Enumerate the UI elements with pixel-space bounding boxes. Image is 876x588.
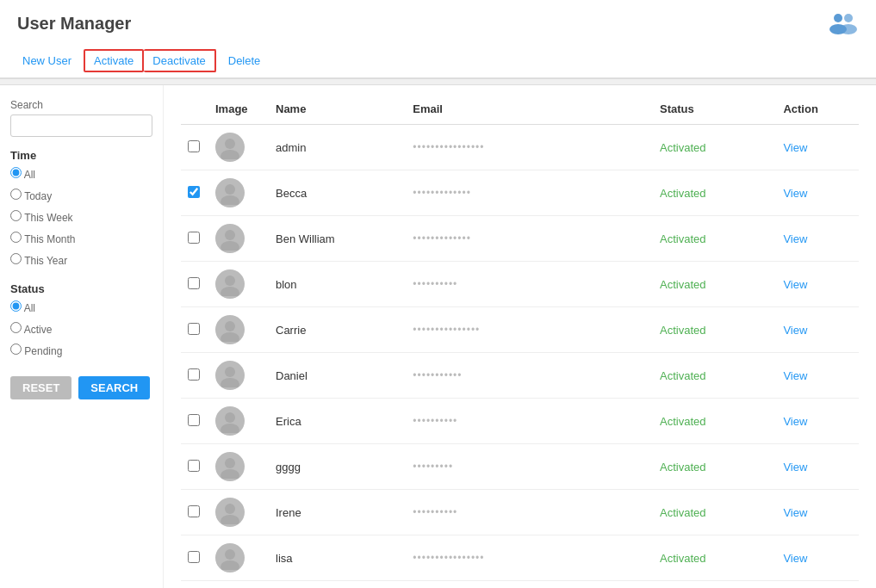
svg-point-12 xyxy=(225,321,235,331)
status-all-option[interactable]: All xyxy=(10,300,152,314)
time-all-radio[interactable] xyxy=(10,167,22,178)
row-checkbox[interactable] xyxy=(188,505,200,517)
user-status: Activated xyxy=(653,125,776,170)
svg-point-5 xyxy=(221,150,239,159)
table-row: Irene••••••••••ActivatedView xyxy=(181,490,859,535)
time-all-option[interactable]: All xyxy=(10,167,152,181)
status-all-label: All xyxy=(24,302,35,314)
user-email: •••••••••• xyxy=(406,399,653,444)
view-link[interactable]: View xyxy=(783,324,807,337)
view-link[interactable]: View xyxy=(783,461,807,473)
new-user-button[interactable]: New User xyxy=(14,51,80,71)
row-checkbox[interactable] xyxy=(188,551,200,563)
activate-button[interactable]: Activate xyxy=(84,49,144,72)
time-radio-group: All Today This Week This Month This Year xyxy=(10,167,152,270)
sidebar: Search Time All Today This Week xyxy=(0,85,164,588)
table-row: Ben William•••••••••••••ActivatedView xyxy=(181,216,859,262)
col-name: Name xyxy=(269,94,406,125)
svg-point-17 xyxy=(221,424,239,433)
table-row: Becca•••••••••••••ActivatedView xyxy=(181,170,859,216)
view-link[interactable]: View xyxy=(783,552,807,565)
view-link[interactable]: View xyxy=(783,232,807,245)
row-checkbox[interactable] xyxy=(188,186,200,198)
status-active-option[interactable]: Active xyxy=(10,322,152,336)
user-name: lisa xyxy=(269,535,406,581)
status-pending-label: Pending xyxy=(24,345,62,357)
time-today-radio[interactable] xyxy=(10,189,22,200)
time-today-option[interactable]: Today xyxy=(10,189,152,202)
user-name: Irene xyxy=(269,490,406,535)
row-checkbox[interactable] xyxy=(188,232,200,244)
header: User Manager xyxy=(0,0,876,44)
row-checkbox[interactable] xyxy=(188,368,200,381)
view-link[interactable]: View xyxy=(783,369,807,382)
svg-point-21 xyxy=(221,515,239,524)
svg-point-13 xyxy=(221,332,239,342)
avatar xyxy=(215,133,245,162)
status-all-radio[interactable] xyxy=(10,300,22,312)
view-link[interactable]: View xyxy=(783,187,807,200)
table-row: Daniel•••••••••••ActivatedView xyxy=(181,353,859,399)
avatar xyxy=(215,315,245,344)
user-name: Erica xyxy=(269,399,406,444)
view-link[interactable]: View xyxy=(783,415,807,428)
avatar xyxy=(215,269,245,299)
avatar xyxy=(215,361,245,390)
delete-button[interactable]: Delete xyxy=(220,51,270,71)
status-pending-option[interactable]: Pending xyxy=(10,344,152,357)
row-checkbox[interactable] xyxy=(188,460,200,472)
avatar xyxy=(215,543,245,573)
view-link[interactable]: View xyxy=(783,141,807,154)
row-checkbox[interactable] xyxy=(188,414,200,426)
svg-point-19 xyxy=(221,469,239,479)
time-week-option[interactable]: This Week xyxy=(10,210,152,224)
status-pending-radio[interactable] xyxy=(10,344,22,355)
svg-point-3 xyxy=(840,24,857,34)
user-email: •••••••••••••••• xyxy=(406,125,653,170)
row-checkbox[interactable] xyxy=(188,277,200,289)
user-name: Daniel xyxy=(269,353,406,399)
svg-point-16 xyxy=(225,412,235,423)
status-active-label: Active xyxy=(24,324,53,336)
svg-point-7 xyxy=(221,195,239,205)
time-week-radio[interactable] xyxy=(10,210,22,221)
user-name: Ben William xyxy=(269,216,406,262)
view-link[interactable]: View xyxy=(783,506,807,519)
time-month-radio[interactable] xyxy=(10,232,22,243)
users-table: Image Name Email Status Action admin••••… xyxy=(181,94,859,581)
svg-point-23 xyxy=(221,560,239,570)
time-month-option[interactable]: This Month xyxy=(10,232,152,245)
time-year-option[interactable]: This Year xyxy=(10,253,152,267)
svg-point-22 xyxy=(225,549,235,560)
table-row: admin••••••••••••••••ActivatedView xyxy=(181,125,859,170)
page-title: User Manager xyxy=(17,14,131,34)
search-input[interactable] xyxy=(10,115,152,137)
avatar xyxy=(215,406,245,436)
time-section-title: Time xyxy=(10,149,152,162)
row-checkbox[interactable] xyxy=(188,323,200,335)
status-radio-group: All Active Pending xyxy=(10,300,152,361)
reset-button[interactable]: RESET xyxy=(10,376,71,399)
time-week-label: This Week xyxy=(24,212,72,224)
status-active-radio[interactable] xyxy=(10,322,22,333)
table-area: Image Name Email Status Action admin••••… xyxy=(164,85,876,588)
toolbar: New User Activate Deactivate Delete xyxy=(0,44,876,78)
view-link[interactable]: View xyxy=(783,278,807,291)
svg-point-20 xyxy=(225,504,235,514)
user-status: Activated xyxy=(653,262,776,307)
time-year-label: This Year xyxy=(24,255,67,267)
deactivate-button[interactable]: Deactivate xyxy=(144,49,215,72)
svg-point-10 xyxy=(225,275,235,286)
svg-point-15 xyxy=(221,378,239,387)
col-checkbox xyxy=(181,94,208,125)
user-email: •••••••••••••••• xyxy=(406,535,653,581)
user-email: ••••••••••••••• xyxy=(406,307,653,353)
search-button[interactable]: SEARCH xyxy=(78,376,150,399)
users-icon xyxy=(828,10,859,37)
row-checkbox[interactable] xyxy=(188,140,200,152)
user-email: ••••••••••••• xyxy=(406,216,653,262)
time-year-radio[interactable] xyxy=(10,253,22,264)
svg-point-4 xyxy=(225,139,235,149)
user-name: gggg xyxy=(269,444,406,490)
user-status: Activated xyxy=(653,170,776,216)
